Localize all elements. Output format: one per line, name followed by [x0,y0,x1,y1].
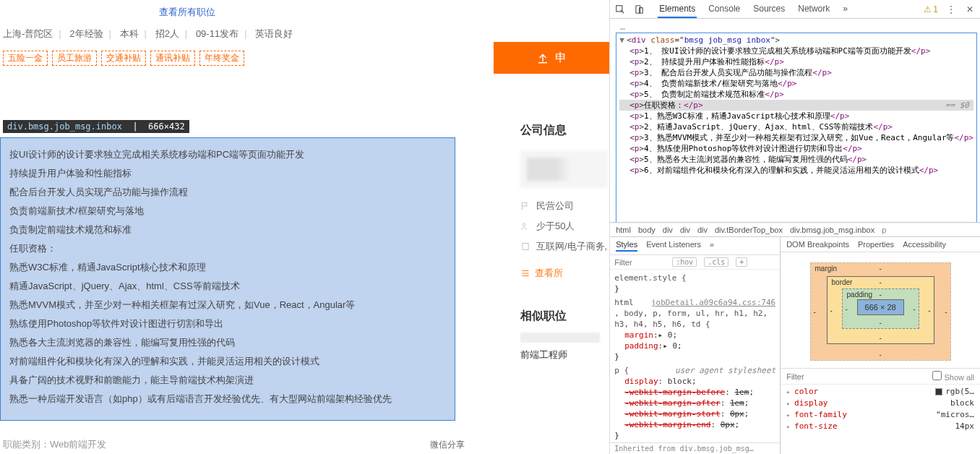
hov-toggle[interactable]: :hov [672,257,697,267]
subtab-properties[interactable]: Properties [858,240,894,249]
job-line: 熟悉W3C标准，精通JavaScript核心技术和原理 [9,258,446,277]
upload-icon [536,51,549,64]
svg-rect-1 [523,243,528,249]
device-toggle-icon[interactable] [633,4,645,15]
tab-elements[interactable]: Elements [658,1,697,18]
show-all-checkbox[interactable]: Show all [932,371,974,382]
job-line: 熟悉MVVM模式，并至少对一种相关框架有过深入研究，如Vue，React，Ang… [9,296,446,314]
computed-pane: DOM Breakpoints Properties Accessibility… [781,237,980,454]
company-type: 民营公司 [520,196,610,216]
job-line: 负责前端新技术/框架研究与落地 [9,202,446,220]
job-line: 熟练使用Photoshop等软件对设计图进行切割和导出 [9,314,446,333]
company-info-title: 公司信息 [520,123,610,138]
job-line: 持续提升用户体验和性能指标 [9,164,446,183]
styles-filter-input[interactable] [614,258,665,267]
inspector-tooltip: div.bmsg.job_msg.inbox | 666×432 [3,120,189,133]
box-model[interactable]: margin - - - - border - - - - padding [781,252,980,368]
inherited-from: Inherited from div.bmsg.job_msg… [610,442,780,454]
devtools-panel: Elements Console Sources Network » ⚠ 1 ⋮… [610,0,980,454]
tag: 交通补贴 [101,51,146,66]
tab-sources[interactable]: Sources [752,1,786,18]
subtab-more[interactable]: » [710,240,714,252]
elements-tree[interactable]: … ▼<div class="bmsg job_msg inbox"> <p>1… [610,19,980,223]
selected-dom-node[interactable]: <p>任职资格：</p> [619,100,973,111]
building-icon [520,241,530,252]
job-line: 配合后台开发人员实现产品功能与操作流程 [9,183,446,202]
company-logo [520,151,607,187]
view-all-jobs-link[interactable]: 查看所有职位 [0,0,609,23]
subtab-styles[interactable]: Styles [616,240,637,252]
company-size: 少于50人 [520,216,610,236]
job-line: 熟悉各大主流浏览器的兼容性，能编写复用性强的代码 [9,333,446,352]
company-industry: 互联网/电子商务, [520,236,610,257]
box-model-content: 666 × 28 [857,299,904,315]
add-rule-button[interactable]: + [736,257,747,267]
kebab-menu-icon[interactable]: ⋮ [945,4,957,15]
apply-button[interactable]: 申 [494,42,609,74]
tag: 通讯补贴 [150,51,195,66]
subtab-dombp[interactable]: DOM Breakpoints [786,240,849,249]
devtools-toolbar: Elements Console Sources Network » ⚠ 1 ⋮… [610,0,980,19]
company-sidebar: 公司信息 民营公司 少于50人 互联网/电子商务, 查看所 相似职位 前端工程师 [520,123,610,361]
css-rules[interactable]: element.style { } jobDetail.a09c6a94.css… [610,270,780,442]
css-source-link[interactable]: jobDetail.a09c6a94.css:746 [651,297,775,308]
job-line: 熟悉一种后端开发语言（如php）或有后端语言开发经验优先、有大型网站前端架构经验… [9,390,446,408]
job-line: 任职资格： [9,239,446,258]
close-icon[interactable]: ✕ [964,4,976,15]
page-content: 查看所有职位 上海-普陀区| 2年经验| 本科| 招2人| 09-11发布| 英… [0,0,610,454]
tag: 员工旅游 [52,51,97,66]
users-icon [520,221,530,231]
tab-more[interactable]: » [841,1,849,18]
tag: 年终奖金 [199,51,244,66]
inspect-icon[interactable] [614,4,626,15]
blurred-company [520,333,600,343]
tab-console[interactable]: Console [707,1,742,18]
tree-ellipsis: … [616,22,977,33]
job-line: 对前端组件化和模块化有深入的理解和实践，并能灵活运用相关的设计模式 [9,352,446,371]
computed-filter-input[interactable] [786,372,927,381]
job-category: 职能类别：Web前端开发 [3,438,107,451]
list-icon [520,268,530,278]
subtab-eventlisteners[interactable]: Event Listeners [646,240,701,252]
cls-toggle[interactable]: .cls [704,257,728,267]
subtab-accessibility[interactable]: Accessibility [903,240,946,249]
tag: 五险一金 [3,51,48,66]
job-line: 具备广阔的技术视野和前瞻能力，能主导前端技术构架演进 [9,371,446,390]
warning-count[interactable]: ⚠ 1 [924,4,938,14]
tab-network[interactable]: Network [796,1,831,18]
job-line: 精通JavaScript、jQuery、Ajax、html、CSS等前端技术 [9,277,446,296]
job-line: 按UI设计师的设计要求独立完成相关系统移动端和PC端等页面功能开发 [9,145,446,164]
styles-subtabs: Styles Event Listeners » [610,237,780,255]
view-all-link[interactable]: 查看所 [520,267,610,280]
computed-properties[interactable]: colorrgb(5… displayblock font-family"mic… [781,385,980,434]
wechat-share[interactable]: 微信分享 [430,439,465,451]
svg-point-0 [523,223,526,226]
flag-icon [520,201,530,211]
dom-breadcrumb[interactable]: html body div div div div.tBorderTop_box… [610,223,980,237]
color-swatch [935,388,942,395]
inspected-element-highlight: 按UI设计师的设计要求独立完成相关系统移动端和PC端等页面功能开发 持续提升用户… [0,137,455,421]
job-line: 负责制定前端技术规范和标准 [9,220,446,239]
styles-pane: Styles Event Listeners » :hov .cls + ele… [610,237,781,454]
similar-jobs-title: 相似职位 [520,309,610,324]
similar-job-item[interactable]: 前端工程师 [520,333,610,361]
